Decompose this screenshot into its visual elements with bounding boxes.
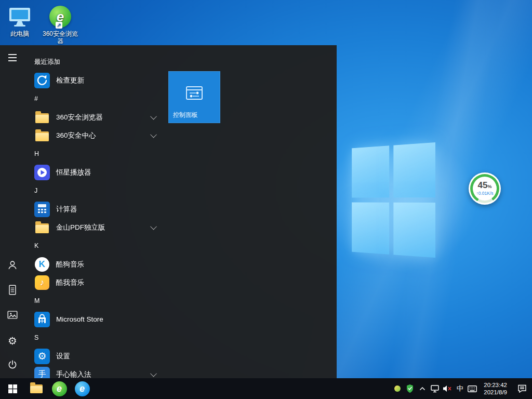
this-pc-icon: [1, 4, 38, 29]
tile-label: 控制面板: [173, 111, 198, 119]
tray-hidden-icons-button[interactable]: [416, 378, 429, 399]
settings-button[interactable]: [0, 328, 25, 353]
pictures-button[interactable]: [0, 303, 25, 328]
360-speed-ball-widget[interactable]: 45 % ↑0.01K/s: [469, 172, 501, 205]
kuwo-icon: [34, 275, 50, 290]
app-item-kuwo-music[interactable]: 酷我音乐: [34, 273, 159, 291]
user-account-button[interactable]: [0, 254, 25, 278]
tray-input-method-button[interactable]: 中: [454, 378, 466, 399]
chevron-up-icon: [419, 387, 425, 391]
tray-360-icon[interactable]: [391, 378, 404, 399]
start-menu-tiles-area: 控制面板: [159, 45, 337, 378]
app-label: 检查更新: [56, 76, 84, 85]
hamburger-icon: [8, 54, 17, 61]
app-label: 恒星播放器: [56, 168, 91, 177]
tray-volume-button[interactable]: [441, 378, 454, 399]
taskbar-360-safe-browser-button[interactable]: [71, 378, 94, 399]
windows-logo-pane: [393, 203, 435, 258]
desktop-icon-label: 360安全浏览器: [42, 30, 78, 45]
settings-icon: [34, 349, 50, 364]
app-item-kingsoft-pdf-group[interactable]: 金山PDF独立版: [34, 218, 159, 236]
section-header-m[interactable]: M: [34, 291, 159, 310]
app-item-check-updates[interactable]: 检查更新: [34, 71, 159, 89]
app-label: 金山PDF独立版: [56, 223, 105, 232]
update-icon: [34, 73, 50, 88]
app-item-360-browser-group[interactable]: 360安全浏览器: [34, 108, 159, 126]
action-center-icon: [517, 384, 527, 393]
taskbar: 中 20:23:42 2021/8/9: [0, 378, 532, 399]
app-item-360-security-group[interactable]: 360安全中心: [34, 126, 159, 144]
power-button[interactable]: [0, 353, 25, 378]
clock-time: 20:23:42: [484, 381, 507, 389]
pictures-icon: [7, 309, 18, 323]
gear-icon: [8, 335, 17, 347]
windows-logo: [352, 142, 435, 258]
start-menu: 最近添加 检查更新 # 360安全浏览器 360安全中心 H 恒星播放器 J: [0, 45, 337, 378]
app-item-settings[interactable]: 设置: [34, 347, 159, 365]
documents-button[interactable]: [0, 278, 25, 303]
section-header-j[interactable]: J: [34, 181, 159, 200]
browser-orb-icon: [49, 6, 71, 28]
windows-logo-pane: [393, 142, 435, 197]
section-header-h[interactable]: H: [34, 144, 159, 163]
input-method-indicator: 中: [457, 384, 463, 393]
shield-icon: [406, 384, 414, 393]
folder-icon: [34, 220, 50, 235]
taskbar-clock[interactable]: 20:23:42 2021/8/9: [478, 378, 512, 399]
app-label: 设置: [56, 352, 70, 361]
app-item-kugou-music[interactable]: 酷狗音乐: [34, 255, 159, 273]
start-button[interactable]: [0, 378, 25, 399]
memory-percent: 45: [478, 181, 488, 190]
360-browser-icon: [42, 4, 79, 29]
app-item-shouxin-input[interactable]: 手心输入法: [34, 365, 159, 378]
desktop-icon-360-browser[interactable]: 360安全浏览器: [42, 4, 79, 45]
tray-touch-keyboard-button[interactable]: [466, 378, 478, 399]
app-item-calculator[interactable]: 计算器: [34, 200, 159, 218]
tray-security-shield-icon[interactable]: [404, 378, 416, 399]
browser-green-icon: [52, 381, 67, 396]
app-item-microsoft-store[interactable]: Microsoft Store: [34, 310, 159, 328]
start-menu-rail: [0, 45, 25, 378]
taskbar-file-explorer-button[interactable]: [25, 378, 48, 399]
taskbar-360-speed-browser-button[interactable]: [48, 378, 71, 399]
browser-blue-icon: [75, 381, 90, 396]
document-icon: [7, 284, 18, 298]
store-icon: [34, 312, 50, 327]
tray-network-button[interactable]: [429, 378, 441, 399]
section-header-k[interactable]: K: [34, 236, 159, 255]
app-label: 酷狗音乐: [56, 260, 84, 269]
folder-icon: [34, 110, 50, 125]
section-header-s[interactable]: S: [34, 328, 159, 347]
folder-icon: [34, 128, 50, 143]
rail-bottom-group: [0, 254, 25, 378]
calculator-icon: [34, 202, 50, 217]
app-label: 酷我音乐: [56, 278, 84, 287]
kugou-icon: [34, 257, 50, 272]
chevron-down-icon[interactable]: [150, 113, 157, 120]
volume-muted-icon: [443, 385, 452, 392]
user-icon: [7, 259, 18, 273]
app-label: 360安全中心: [56, 131, 96, 140]
windows-logo-pane: [352, 145, 389, 197]
media-player-icon: [34, 165, 50, 180]
section-header-recently-added[interactable]: 最近添加: [34, 52, 159, 71]
app-label: 手心输入法: [56, 370, 91, 379]
app-label: 360安全浏览器: [56, 113, 103, 122]
expand-menu-button[interactable]: [0, 45, 25, 70]
app-label: Microsoft Store: [56, 315, 103, 323]
percent-sign: %: [487, 182, 491, 191]
section-header-hash[interactable]: #: [34, 89, 159, 108]
app-item-hengxing-player[interactable]: 恒星播放器: [34, 163, 159, 181]
action-center-button[interactable]: [512, 378, 532, 399]
chevron-down-icon[interactable]: [150, 370, 157, 377]
start-menu-app-list: 最近添加 检查更新 # 360安全浏览器 360安全中心 H 恒星播放器 J: [25, 45, 159, 378]
chevron-down-icon[interactable]: [150, 131, 157, 138]
chevron-down-icon[interactable]: [150, 223, 157, 230]
network-speed: ↑0.01K/s: [476, 191, 493, 196]
360-dot-icon: [394, 385, 401, 392]
power-icon: [7, 359, 18, 373]
windows-logo-pane: [352, 202, 389, 254]
system-tray: 中 20:23:42 2021/8/9: [391, 378, 532, 399]
desktop-icon-this-pc[interactable]: 此电脑: [1, 4, 38, 37]
tile-control-panel[interactable]: 控制面板: [168, 71, 220, 123]
